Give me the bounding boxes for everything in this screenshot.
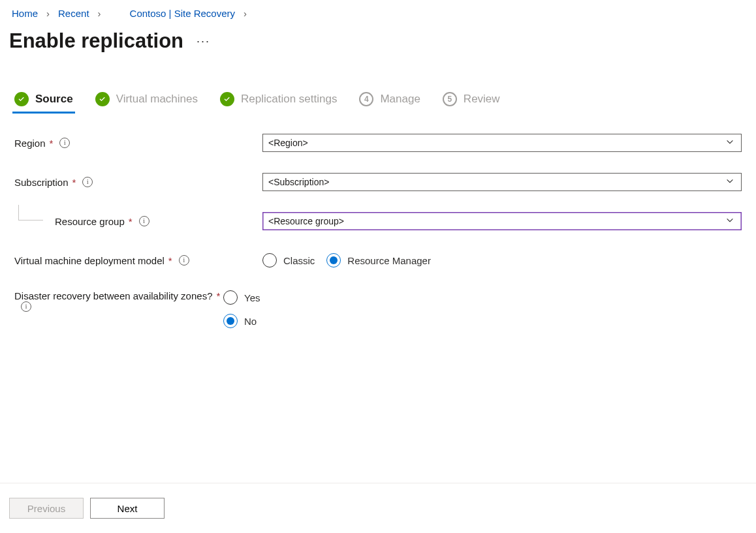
info-icon[interactable]: i bbox=[179, 255, 189, 266]
required-asterisk: * bbox=[168, 255, 172, 266]
info-icon[interactable]: i bbox=[59, 138, 70, 148]
label-text: Disaster recovery between availability z… bbox=[14, 290, 212, 301]
info-icon[interactable]: i bbox=[21, 301, 31, 312]
radio-icon bbox=[223, 314, 238, 328]
required-asterisk: * bbox=[129, 216, 133, 227]
radio-label: No bbox=[244, 316, 257, 327]
chevron-right-icon: › bbox=[240, 8, 251, 19]
radio-label: Classic bbox=[283, 255, 315, 266]
breadcrumb: Home › Recent › Contoso | Site Recovery … bbox=[0, 0, 756, 20]
label-text: Region bbox=[14, 138, 46, 149]
tab-label: Manage bbox=[380, 93, 420, 106]
label-text: Resource group bbox=[55, 216, 125, 227]
check-icon bbox=[95, 92, 110, 106]
info-icon[interactable]: i bbox=[82, 177, 93, 187]
radio-label: Resource Manager bbox=[347, 255, 431, 266]
step-number-icon: 4 bbox=[359, 92, 373, 106]
dropdown-value: <Region> bbox=[268, 138, 308, 148]
radio-icon bbox=[262, 253, 277, 267]
radio-icon bbox=[326, 253, 341, 267]
dr-zones-no-radio[interactable]: No bbox=[223, 314, 706, 328]
check-icon bbox=[14, 92, 29, 106]
previous-button: Previous bbox=[9, 498, 84, 519]
wizard-footer: Previous Next bbox=[0, 483, 756, 533]
tab-label: Source bbox=[35, 93, 73, 106]
label-text: Virtual machine deployment model bbox=[14, 255, 165, 266]
tab-source[interactable]: Source bbox=[14, 92, 73, 113]
check-icon bbox=[220, 92, 234, 106]
deploy-model-classic-radio[interactable]: Classic bbox=[262, 253, 315, 267]
required-asterisk: * bbox=[72, 177, 76, 188]
tab-label: Review bbox=[464, 93, 500, 106]
breadcrumb-recent[interactable]: Recent bbox=[55, 7, 92, 20]
label-text: Subscription bbox=[14, 177, 69, 188]
chevron-right-icon: › bbox=[94, 8, 105, 19]
chevron-down-icon bbox=[725, 177, 734, 188]
dr-zones-label: Disaster recovery between availability z… bbox=[14, 290, 223, 312]
tab-review[interactable]: 5 Review bbox=[443, 92, 500, 113]
breadcrumb-home[interactable]: Home bbox=[9, 7, 40, 20]
tab-label: Replication settings bbox=[241, 93, 337, 106]
tab-manage[interactable]: 4 Manage bbox=[359, 92, 420, 113]
radio-label: Yes bbox=[244, 292, 260, 303]
page-title: Enable replication bbox=[9, 29, 183, 53]
next-button[interactable]: Next bbox=[90, 498, 165, 519]
tab-virtual-machines[interactable]: Virtual machines bbox=[95, 92, 198, 113]
tab-replication-settings[interactable]: Replication settings bbox=[220, 92, 337, 113]
required-asterisk: * bbox=[50, 138, 54, 149]
radio-icon bbox=[223, 290, 238, 305]
deploy-model-label: Virtual machine deployment model * i bbox=[14, 255, 262, 266]
resource-group-dropdown[interactable]: <Resource group> bbox=[262, 212, 742, 230]
chevron-down-icon bbox=[725, 216, 734, 227]
chevron-down-icon bbox=[725, 138, 734, 149]
wizard-tabs: Source Virtual machines Replication sett… bbox=[0, 53, 756, 113]
dr-zones-yes-radio[interactable]: Yes bbox=[223, 290, 706, 305]
step-number-icon: 5 bbox=[443, 92, 457, 106]
subscription-dropdown[interactable]: <Subscription> bbox=[262, 173, 742, 191]
region-dropdown[interactable]: <Region> bbox=[262, 134, 742, 152]
subscription-label: Subscription * i bbox=[14, 177, 262, 188]
form-area: Region * i <Region> Subscription * i <Su… bbox=[0, 113, 756, 328]
region-label: Region * i bbox=[14, 138, 262, 149]
deploy-model-rm-radio[interactable]: Resource Manager bbox=[326, 253, 431, 267]
breadcrumb-contoso[interactable]: Contoso | Site Recovery bbox=[127, 7, 238, 20]
dropdown-value: <Resource group> bbox=[268, 216, 344, 226]
info-icon[interactable]: i bbox=[139, 216, 150, 226]
chevron-right-icon: › bbox=[42, 8, 54, 19]
indent-connector-icon bbox=[18, 205, 43, 221]
dr-zones-radio-group: Yes No bbox=[223, 290, 706, 328]
required-asterisk: * bbox=[216, 290, 220, 301]
dropdown-value: <Subscription> bbox=[268, 177, 329, 187]
tab-label: Virtual machines bbox=[116, 93, 198, 106]
deploy-model-radio-group: Classic Resource Manager bbox=[262, 251, 742, 269]
more-icon[interactable]: ··· bbox=[197, 35, 210, 48]
resource-group-label: Resource group * i bbox=[14, 216, 262, 227]
